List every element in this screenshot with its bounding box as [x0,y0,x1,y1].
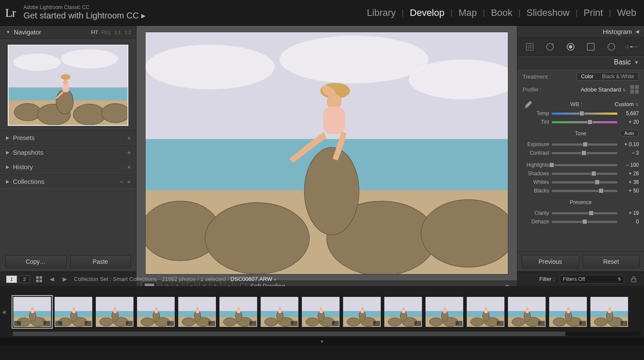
copy-button[interactable]: Copy… [5,255,67,268]
filmstrip-thumb[interactable] [343,296,381,327]
navigator-preview[interactable] [0,39,136,130]
panel-action[interactable]: − [119,178,123,185]
filmstrip-thumb[interactable] [260,296,299,327]
graduated-filter-tool-icon[interactable] [584,40,597,53]
nav-back-icon[interactable]: ◀ [48,275,56,283]
slider-value[interactable]: − 3 [620,150,639,156]
slider-track[interactable] [552,143,617,146]
slider-track[interactable] [552,190,617,192]
radial-filter-tool-icon[interactable] [605,40,618,53]
view-2[interactable]: 2 [19,275,30,283]
filmstrip-thumb[interactable] [549,296,587,327]
spot-removal-tool-icon[interactable] [544,40,556,53]
filmstrip[interactable]: ◀ [0,286,644,338]
slider-track[interactable] [552,181,617,183]
slider-knob[interactable] [587,119,592,125]
zoom-fit[interactable]: FIT [91,30,98,35]
loupe-view[interactable] [137,26,517,281]
slider-track[interactable] [552,173,617,175]
profile-browser-icon[interactable] [630,85,639,94]
redeye-tool-icon[interactable] [564,40,577,53]
filmstrip-thumb[interactable] [384,296,422,327]
slider-value[interactable]: + 50 [620,188,639,194]
filmstrip-thumb[interactable] [301,296,340,327]
profile-dropdown[interactable]: Adobe Standard ⇅ [580,86,626,93]
panel-action[interactable]: × [127,163,131,171]
slider-value[interactable]: + 19 [620,210,639,216]
panel-presets[interactable]: ▶Presets+ [0,130,136,145]
slider-track[interactable] [552,221,617,223]
treatment-color[interactable]: Color [577,73,598,80]
slider-knob[interactable] [583,142,588,147]
histogram-header[interactable]: Histogram ◀ [517,26,644,38]
adjustment-brush-tool-icon[interactable] [625,40,638,53]
nav-forward-icon[interactable]: ▶ [61,275,69,283]
grid-view-icon[interactable] [35,275,43,283]
panel-action[interactable]: + [127,178,131,185]
slider-track[interactable] [552,121,617,123]
filmstrip-thumb[interactable] [178,296,216,327]
treatment-bw[interactable]: Black & White [598,73,638,80]
slider-value[interactable]: 5,687 [620,110,639,116]
collection-path[interactable]: Collection Set : Smart Collections [74,276,157,282]
module-tab-library[interactable]: Library [365,7,398,18]
slider-value[interactable]: − 100 [620,162,639,168]
slider-knob[interactable] [591,171,596,176]
zoom-1-1[interactable]: 1:1 [114,30,121,35]
module-tab-develop[interactable]: Develop [407,7,447,18]
module-tab-web[interactable]: Web [614,7,639,18]
slider-value[interactable]: + 28 [620,171,639,177]
filmstrip-thumb[interactable] [219,296,258,327]
filter-dropdown[interactable]: Filters Off⇅ [560,275,624,284]
module-tab-slideshow[interactable]: Slideshow [524,7,572,18]
slider-track[interactable] [552,113,617,115]
view-1[interactable]: 1 [6,275,17,283]
zoom-fill[interactable]: FILL [101,30,111,35]
slider-knob[interactable] [598,188,604,193]
filmstrip-thumb[interactable] [137,296,175,327]
paste-button[interactable]: Paste [70,255,131,268]
module-tab-print[interactable]: Print [581,7,605,18]
slider-knob[interactable] [595,180,600,185]
filmstrip-collapse-icon[interactable]: ◀ [2,309,6,315]
slider-value[interactable]: + 38 [620,179,639,185]
filmstrip-thumb[interactable] [590,296,629,327]
slider-value[interactable]: + 20 [620,119,639,125]
basic-panel-header[interactable]: Basic ▼ [517,56,644,69]
module-tab-map[interactable]: Map [456,7,480,18]
filmstrip-scrollbar[interactable] [13,332,641,336]
previous-button[interactable]: Previous [522,255,579,268]
navigator-header[interactable]: ▼ Navigator FIT FILL 1:1 1:2 [0,26,136,39]
filmstrip-thumb[interactable] [54,296,93,327]
filmstrip-thumb[interactable] [95,296,134,327]
crop-tool-icon[interactable] [523,40,536,53]
panel-collections[interactable]: ▶Collections−+ [0,174,136,189]
app-tagline[interactable]: Get started with Lightroom CC ▸ [23,11,146,21]
panel-history[interactable]: ▶History× [0,159,136,174]
module-tab-book[interactable]: Book [488,7,515,18]
slider-knob[interactable] [579,111,584,116]
panel-action[interactable]: + [127,134,131,141]
slider-knob[interactable] [549,162,554,168]
filter-lock-icon[interactable] [629,275,638,284]
panel-snapshots[interactable]: ▶Snapshots+ [0,145,136,159]
filmstrip-toggle-icon[interactable]: ▼ [0,338,644,345]
slider-value[interactable]: + 0.10 [620,141,639,147]
slider-track[interactable] [552,164,617,166]
slider-value[interactable]: 0 [620,219,639,225]
panel-action[interactable]: + [127,149,131,156]
filmstrip-thumb[interactable] [507,296,546,327]
filmstrip-thumb[interactable] [425,296,464,327]
reset-button[interactable]: Reset [583,255,640,268]
filmstrip-thumb[interactable] [466,296,505,327]
slider-knob[interactable] [589,211,594,216]
white-balance-dropper-icon[interactable] [522,98,535,110]
auto-tone-button[interactable]: Auto [620,130,639,137]
slider-knob[interactable] [581,150,586,156]
wb-dropdown[interactable]: Custom ⇅ [615,101,639,107]
slider-track[interactable] [552,152,617,154]
filmstrip-thumb[interactable] [13,296,52,327]
slider-track[interactable] [552,212,617,214]
slider-knob[interactable] [582,219,587,224]
zoom-1-2[interactable]: 1:2 [125,30,131,35]
